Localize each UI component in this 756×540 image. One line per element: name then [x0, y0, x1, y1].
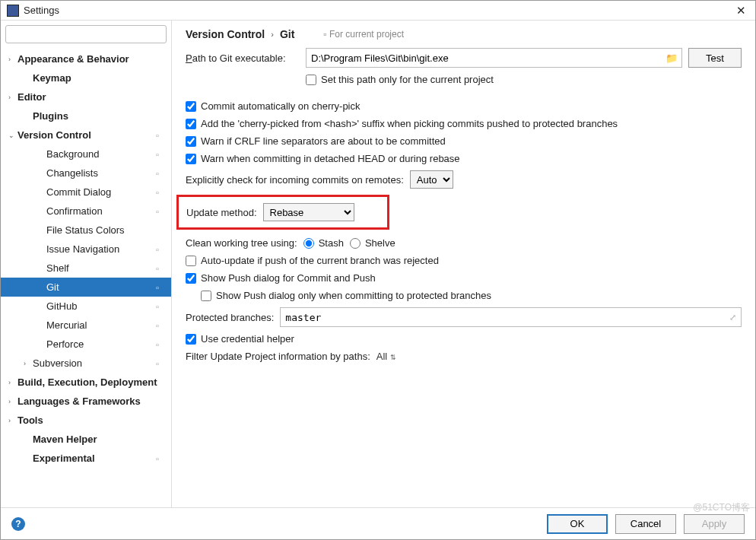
sort-icon: ⇅: [390, 354, 396, 361]
add-suffix-label: Add the 'cherry-picked from <hash>' suff…: [201, 118, 618, 129]
sidebar-item-label: Experimental: [33, 453, 156, 464]
footer: ? OK Cancel Apply: [1, 507, 755, 539]
set-path-project-checkbox[interactable]: [306, 75, 316, 85]
sidebar-item-label: Background: [46, 148, 156, 160]
git-path-label: Path to Git executable:: [186, 52, 300, 64]
project-config-icon: ▫: [156, 264, 167, 273]
sidebar-item-label: Version Control: [17, 129, 156, 141]
sidebar-item-label: Shelf: [46, 262, 156, 274]
sidebar-item-label: Editor: [17, 91, 171, 103]
ok-button[interactable]: OK: [547, 514, 608, 534]
chevron-right-icon: ›: [24, 360, 33, 367]
sidebar-item-confirmation[interactable]: Confirmation▫: [1, 202, 171, 221]
warn-detached-checkbox[interactable]: [186, 154, 196, 164]
filter-paths-label: Filter Update Project information by pat…: [186, 351, 370, 362]
credential-helper-checkbox[interactable]: [186, 334, 196, 345]
sidebar-item-label: GitHub: [46, 300, 156, 312]
warn-crlf-checkbox[interactable]: [186, 136, 196, 147]
update-method-label: Update method:: [186, 207, 257, 218]
project-config-icon: ▫: [156, 302, 167, 311]
sidebar-item-label: File Status Colors: [46, 224, 171, 236]
sidebar-item-editor[interactable]: ›Editor: [1, 87, 171, 106]
shelve-radio[interactable]: [350, 238, 361, 249]
explicit-check-select[interactable]: Auto: [410, 170, 453, 189]
clean-tree-label: Clean working tree using:: [186, 237, 297, 249]
sidebar-item-label: Git: [46, 281, 156, 293]
sidebar-item-github[interactable]: GitHub▫: [1, 297, 171, 316]
project-scope-badge: ▫ For current project: [323, 29, 404, 40]
sidebar-item-plugins[interactable]: Plugins: [1, 106, 171, 125]
warn-crlf-label: Warn if CRLF line separators are about t…: [201, 135, 446, 147]
chevron-right-icon: ›: [8, 379, 17, 386]
sidebar-item-keymap[interactable]: Keymap: [1, 68, 171, 87]
sidebar-item-build-execution-deployment[interactable]: ›Build, Execution, Deployment: [1, 373, 171, 392]
show-push-only-label: Show Push dialog only when committing to…: [216, 290, 491, 301]
breadcrumb-root[interactable]: Version Control: [186, 28, 265, 40]
update-method-select[interactable]: Rebase: [263, 203, 354, 221]
chevron-right-icon: ›: [8, 417, 17, 424]
sidebar-item-maven-helper[interactable]: Maven Helper: [1, 430, 171, 449]
sidebar-item-label: Tools: [17, 415, 171, 426]
sidebar-item-label: Changelists: [46, 167, 156, 179]
project-config-icon: ▫: [156, 169, 167, 178]
sidebar-item-label: Plugins: [33, 110, 171, 122]
stash-radio[interactable]: [303, 238, 314, 249]
commit-auto-checkbox[interactable]: [186, 101, 196, 112]
close-icon[interactable]: ✕: [733, 4, 749, 17]
sidebar-item-perforce[interactable]: Perforce▫: [1, 335, 171, 354]
cancel-button[interactable]: Cancel: [615, 514, 676, 534]
sidebar-item-label: Mercurial: [46, 319, 156, 331]
protected-branches-input[interactable]: [285, 312, 729, 323]
watermark: @51CTO博客: [693, 501, 750, 514]
git-path-field-wrap: 📁: [306, 48, 682, 68]
sidebar-item-subversion[interactable]: ›Subversion▫: [1, 354, 171, 373]
apply-button[interactable]: Apply: [684, 514, 745, 534]
sidebar-item-label: Build, Execution, Deployment: [17, 376, 171, 388]
sidebar-item-languages-frameworks[interactable]: ›Languages & Frameworks: [1, 392, 171, 411]
chevron-right-icon: ›: [8, 94, 17, 101]
sidebar-item-issue-navigation[interactable]: Issue Navigation▫: [1, 240, 171, 259]
filter-paths-value[interactable]: All ⇅: [376, 351, 396, 362]
show-push-only-checkbox[interactable]: [201, 291, 211, 301]
sidebar-item-experimental[interactable]: Experimental▫: [1, 449, 171, 468]
sidebar-item-version-control[interactable]: ⌄Version Control▫: [1, 125, 171, 145]
protected-branches-label: Protected branches:: [186, 312, 274, 323]
show-push-checkbox[interactable]: [186, 273, 196, 284]
help-icon[interactable]: ?: [11, 517, 25, 531]
shelve-label: Shelve: [365, 237, 395, 249]
project-config-icon: ▫: [156, 283, 167, 292]
project-config-icon: ▫: [156, 150, 167, 159]
credential-helper-label: Use credential helper: [201, 333, 294, 345]
folder-icon[interactable]: 📁: [662, 52, 681, 64]
sidebar-item-commit-dialog[interactable]: Commit Dialog▫: [1, 183, 171, 202]
sidebar: 🔍 ›Appearance & BehaviorKeymap›EditorPlu…: [1, 21, 172, 507]
project-config-icon: ▫: [156, 131, 167, 140]
sidebar-item-changelists[interactable]: Changelists▫: [1, 164, 171, 183]
sidebar-item-label: Maven Helper: [33, 434, 171, 445]
sidebar-item-label: Appearance & Behavior: [17, 53, 171, 65]
window-title: Settings: [24, 5, 733, 16]
sidebar-item-background[interactable]: Background▫: [1, 145, 171, 164]
test-button[interactable]: Test: [688, 48, 742, 68]
chevron-right-icon: ›: [271, 30, 274, 39]
sidebar-item-label: Issue Navigation: [46, 243, 156, 255]
sidebar-item-shelf[interactable]: Shelf▫: [1, 259, 171, 278]
titlebar: Settings ✕: [1, 1, 755, 21]
auto-update-checkbox[interactable]: [186, 256, 196, 266]
project-config-icon: ▫: [156, 207, 167, 216]
sidebar-item-file-status-colors[interactable]: File Status Colors: [1, 221, 171, 240]
project-config-icon: ▫: [156, 340, 167, 349]
sidebar-item-tools[interactable]: ›Tools: [1, 411, 171, 430]
sidebar-item-git[interactable]: Git▫: [1, 278, 171, 297]
sidebar-item-label: Keymap: [33, 72, 171, 84]
chevron-right-icon: ›: [8, 398, 17, 405]
sidebar-item-appearance-behavior[interactable]: ›Appearance & Behavior: [1, 49, 171, 68]
add-suffix-checkbox[interactable]: [186, 119, 196, 129]
search-input[interactable]: [5, 25, 167, 43]
sidebar-item-mercurial[interactable]: Mercurial▫: [1, 316, 171, 335]
content-panel: Version Control › Git ▫ For current proj…: [172, 21, 755, 507]
git-path-input[interactable]: [307, 49, 662, 66]
update-method-highlight: Update method: Rebase: [176, 195, 389, 230]
expand-icon[interactable]: ⤢: [729, 313, 736, 322]
auto-update-label: Auto-update if push of the current branc…: [201, 255, 439, 266]
